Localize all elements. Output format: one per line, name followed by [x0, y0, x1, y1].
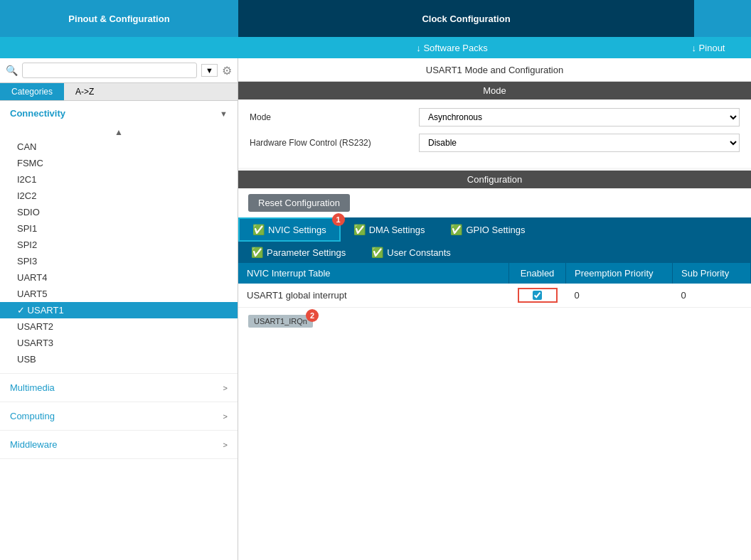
sub-priority-cell: 0: [673, 284, 751, 308]
col-enabled: Enabled: [509, 263, 566, 284]
config-tabs-row2: ✅ Parameter Settings ✅ User Constants: [238, 242, 751, 263]
mode-fields: Mode Asynchronous Hardware Flow Control …: [238, 99, 751, 168]
mode-select[interactable]: Asynchronous: [419, 108, 740, 126]
search-icon: 🔍: [6, 65, 18, 76]
mode-field-row-2: Hardware Flow Control (RS232) Disable: [250, 134, 740, 152]
config-toolbar: Reset Configuration: [238, 188, 751, 217]
sidebar-item-usart3[interactable]: USART3: [0, 335, 238, 351]
sidebar-item-spi2[interactable]: SPI2: [0, 237, 238, 253]
section-computing[interactable]: Computing >: [0, 402, 238, 431]
sidebar-item-i2c1[interactable]: I2C1: [0, 171, 238, 188]
tab-parameter-settings[interactable]: ✅ Parameter Settings: [238, 242, 358, 263]
mode-header: Mode: [238, 82, 751, 99]
clock-config-tab[interactable]: Clock Configuration: [238, 0, 694, 37]
sidebar-item-spi1[interactable]: SPI1: [0, 220, 238, 237]
search-dropdown-btn[interactable]: ▼: [201, 64, 218, 77]
param-tab-label: Parameter Settings: [267, 247, 346, 258]
connectivity-label: Connectivity: [10, 108, 65, 119]
config-section: Configuration Reset Configuration ✅ NVIC…: [238, 171, 751, 560]
tab-az[interactable]: A->Z: [64, 83, 105, 100]
sidebar-item-can[interactable]: CAN: [0, 139, 238, 155]
user-const-check-icon: ✅: [371, 247, 383, 258]
enabled-cell: [509, 284, 566, 308]
table-row: USART1 global interrupt 0 0: [238, 284, 751, 308]
sidebar-item-uart4[interactable]: UART4: [0, 269, 238, 286]
connectivity-header[interactable]: Connectivity ▼: [0, 101, 238, 126]
enabled-checkbox[interactable]: [533, 291, 542, 300]
sidebar: 🔍 ▼ ⚙ Categories A->Z Connectivity ▼ ▲ C…: [0, 58, 238, 560]
middleware-chevron: >: [223, 441, 228, 449]
nvic-tab-label: NVIC Settings: [268, 225, 326, 235]
nvic-badge: 1: [332, 213, 345, 226]
irqn-tag: USART1_IRQn: [248, 315, 313, 328]
middleware-label: Middleware: [10, 439, 57, 450]
col-nvic-interrupt: NVIC Interrupt Table: [238, 263, 509, 284]
sidebar-content: Connectivity ▼ ▲ CAN FSMC I2C1 I2C2 SDIO…: [0, 101, 238, 560]
col-preemption: Preemption Priority: [566, 263, 673, 284]
search-input[interactable]: [22, 63, 197, 78]
irqn-row: USART1_IRQn 2: [238, 308, 751, 335]
enabled-checkbox-wrap: [518, 288, 558, 303]
interrupt-name: USART1 global interrupt: [238, 284, 509, 308]
software-packs-label: ↓ Software Packs: [416, 43, 487, 53]
mode-label: Mode: [250, 112, 413, 122]
computing-label: Computing: [10, 411, 55, 421]
user-const-tab-label: User Constants: [387, 247, 451, 258]
gpio-check-icon: ✅: [450, 224, 462, 235]
sidebar-item-i2c2[interactable]: I2C2: [0, 188, 238, 204]
multimedia-chevron: >: [223, 384, 228, 392]
section-connectivity: Connectivity ▼ ▲ CAN FSMC I2C1 I2C2 SDIO…: [0, 101, 238, 374]
content-area: USART1 Mode and Configuration Mode Mode …: [238, 58, 751, 560]
sidebar-item-usb[interactable]: USB: [0, 351, 238, 367]
nvic-table: NVIC Interrupt Table Enabled Preemption …: [238, 263, 751, 308]
content-title-text: USART1 Mode and Configuration: [426, 65, 563, 75]
section-multimedia[interactable]: Multimedia >: [0, 374, 238, 402]
sidebar-item-fsmc[interactable]: FSMC: [0, 155, 238, 171]
section-middleware[interactable]: Middleware >: [0, 431, 238, 459]
config-tabs-row1: ✅ NVIC Settings 1 ✅ DMA Settings ✅ GPIO …: [238, 217, 751, 242]
gpio-tab-label: GPIO Settings: [466, 225, 525, 235]
clock-config-label: Clock Configuration: [422, 14, 510, 24]
sidebar-item-spi3[interactable]: SPI3: [0, 253, 238, 269]
config-header: Configuration: [238, 171, 751, 188]
config-header-text: Configuration: [467, 174, 522, 185]
hw-flow-select[interactable]: Disable: [419, 134, 740, 152]
mode-section: Mode Mode Asynchronous Hardware Flow Con…: [238, 82, 751, 168]
pinout-btn-label: ↓ Pinout: [692, 43, 725, 53]
computing-chevron: >: [223, 412, 228, 421]
sidebar-item-uart5[interactable]: UART5: [0, 286, 238, 302]
pinout-btn[interactable]: ↓ Pinout: [666, 37, 751, 58]
tab-dma-settings[interactable]: ✅ DMA Settings: [341, 217, 438, 242]
tab-gpio-settings[interactable]: ✅ GPIO Settings: [437, 217, 538, 242]
right-tab: [694, 0, 751, 37]
reset-btn-label: Reset Configuration: [258, 198, 340, 208]
hw-flow-label: Hardware Flow Control (RS232): [250, 138, 413, 148]
connectivity-items: CAN FSMC I2C1 I2C2 SDIO SPI1 SPI2 SPI3 U…: [0, 139, 238, 373]
tab-categories[interactable]: Categories: [0, 83, 64, 100]
tab-user-constants[interactable]: ✅ User Constants: [358, 242, 464, 263]
reset-config-btn[interactable]: Reset Configuration: [248, 194, 350, 212]
nvic-check-icon: ✅: [252, 224, 265, 235]
software-packs-btn[interactable]: ↓ Software Packs: [238, 37, 666, 58]
content-title: USART1 Mode and Configuration: [238, 58, 751, 82]
multimedia-label: Multimedia: [10, 382, 55, 393]
param-check-icon: ✅: [251, 247, 263, 258]
col-sub-priority: Sub Priority: [673, 263, 751, 284]
sidebar-item-sdio[interactable]: SDIO: [0, 204, 238, 220]
irqn-wrap: USART1_IRQn 2: [248, 315, 313, 328]
sub-header-spacer: [0, 37, 238, 58]
connectivity-chevron: ▼: [220, 109, 228, 118]
pinout-config-tab[interactable]: Pinout & Configuration: [0, 0, 238, 37]
pinout-config-label: Pinout & Configuration: [68, 14, 169, 24]
dma-check-icon: ✅: [353, 224, 366, 235]
irqn-badge: 2: [306, 309, 319, 322]
sidebar-item-usart2[interactable]: USART2: [0, 318, 238, 335]
dma-tab-label: DMA Settings: [369, 225, 425, 235]
preemption-cell: 0: [566, 284, 673, 308]
sidebar-item-usart1[interactable]: ✓ USART1: [0, 302, 238, 318]
tab-nvic-settings[interactable]: ✅ NVIC Settings: [238, 217, 341, 242]
mode-field-row-1: Mode Asynchronous: [250, 108, 740, 126]
mode-header-text: Mode: [483, 85, 506, 96]
collapse-arrow: ▲: [0, 126, 238, 139]
gear-icon[interactable]: ⚙: [222, 64, 232, 77]
